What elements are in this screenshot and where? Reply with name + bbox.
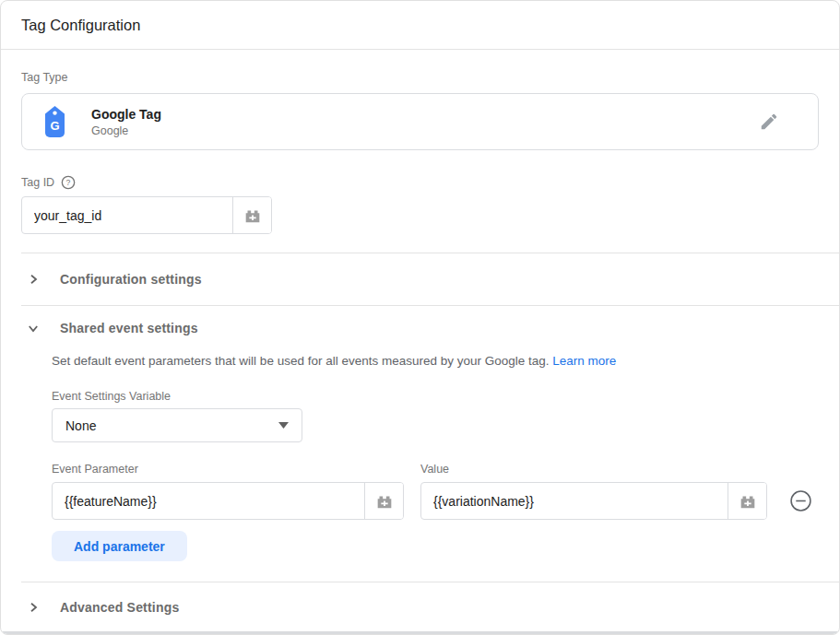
event-parameter-variable-button[interactable] (364, 483, 403, 519)
value-input-group (420, 482, 767, 520)
value-variable-button[interactable] (728, 483, 766, 519)
pencil-icon (759, 112, 779, 132)
panel-bottom-edge (1, 631, 839, 634)
tag-configuration-panel: Tag Configuration Tag Type G Google Tag … (0, 0, 840, 635)
event-parameter-input-group (52, 482, 404, 520)
value-column-label: Value (420, 463, 449, 476)
dropdown-arrow-icon (278, 422, 289, 429)
variable-brick-icon (374, 491, 395, 512)
variable-brick-icon (243, 206, 263, 226)
chevron-right-icon (27, 274, 40, 285)
tag-id-help-button[interactable]: ? (61, 175, 76, 190)
configuration-settings-row[interactable]: Configuration settings (21, 253, 839, 305)
tag-id-input-group (21, 196, 272, 234)
tag-id-input[interactable] (22, 197, 232, 233)
parameter-column-labels: Event Parameter Value (52, 463, 839, 476)
panel-header: Tag Configuration (1, 1, 839, 50)
tag-type-vendor: Google (91, 124, 161, 137)
add-parameter-button[interactable]: Add parameter (52, 531, 187, 561)
description-text: Set default event parameters that will b… (52, 354, 550, 368)
configuration-settings-label: Configuration settings (60, 272, 202, 287)
shared-event-settings-row[interactable]: Shared event settings (21, 306, 839, 350)
panel-body: Tag Type G Google Tag Google (1, 71, 839, 631)
tag-type-label: Tag Type (21, 71, 839, 84)
page-title: Tag Configuration (21, 17, 140, 34)
tag-id-variable-button[interactable] (232, 197, 271, 233)
advanced-settings-row[interactable]: Advanced Settings (21, 582, 839, 631)
dropdown-selected-value: None (65, 418, 96, 433)
chevron-down-icon (27, 323, 40, 334)
tag-type-card[interactable]: G Google Tag Google (21, 93, 819, 150)
chevron-right-icon (27, 602, 40, 613)
event-settings-variable-dropdown[interactable]: None (52, 408, 302, 442)
minus-circle-icon (789, 489, 812, 512)
shared-event-settings-body: Set default event parameters that will b… (52, 354, 839, 561)
svg-text:G: G (50, 119, 59, 133)
variable-brick-icon (738, 491, 758, 512)
edit-tag-type-button[interactable] (755, 108, 783, 135)
event-settings-variable-label: Event Settings Variable (52, 390, 839, 403)
advanced-settings-label: Advanced Settings (60, 600, 179, 615)
event-parameter-row (52, 482, 839, 520)
svg-text:?: ? (66, 178, 71, 187)
tag-id-label: Tag ID (21, 176, 54, 189)
event-parameter-column-label: Event Parameter (52, 463, 420, 476)
tag-id-label-row: Tag ID ? (21, 175, 839, 190)
google-tag-icon: G (42, 105, 67, 138)
shared-event-settings-label: Shared event settings (60, 321, 198, 335)
help-icon: ? (61, 175, 76, 190)
value-input[interactable] (421, 483, 728, 519)
remove-parameter-button[interactable] (789, 489, 812, 512)
event-parameter-input[interactable] (53, 483, 364, 519)
shared-event-settings-description: Set default event parameters that will b… (52, 354, 839, 368)
tag-type-name: Google Tag (91, 107, 161, 122)
learn-more-link[interactable]: Learn more (552, 354, 616, 368)
tag-type-card-text: Google Tag Google (91, 107, 161, 137)
